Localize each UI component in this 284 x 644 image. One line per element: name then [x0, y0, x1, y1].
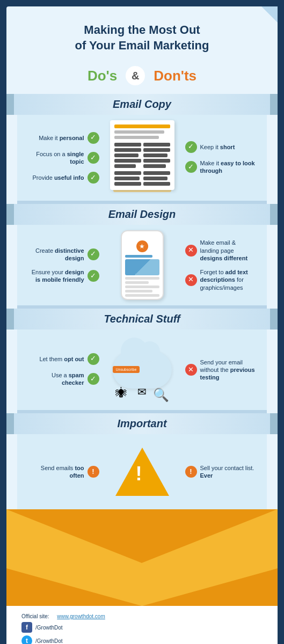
- check-icon-9: ✓: [88, 373, 99, 385]
- email-design-right-2: ✕ Forget to add text descriptions for gr…: [185, 268, 257, 291]
- envelope-body: [6, 509, 278, 606]
- email-copy-illustration: [105, 120, 180, 195]
- official-site-item: Official site: www.growthdot.com: [21, 613, 263, 619]
- check-icon-2: ✓: [88, 152, 99, 164]
- email-design-left: Create distinctive design ✓ Ensure your …: [28, 247, 99, 284]
- cloud-container: Unsubscribe 🕷 ✉ 🔍: [105, 335, 180, 405]
- warning-container: [105, 440, 180, 504]
- twitter-link: /GrowthDot: [35, 638, 63, 644]
- phone-image-block: [125, 259, 159, 275]
- official-label: Official site:: [21, 613, 49, 619]
- facebook-item: f /GrowthDot: [21, 622, 263, 633]
- email-design-title: Email Design: [17, 208, 267, 221]
- email-copy-item-3: Provide useful info ✓: [28, 172, 99, 184]
- footer-links: Official site: www.growthdot.com f /Grow…: [21, 613, 263, 644]
- technical-item-2: Use a spam checker ✓: [28, 371, 99, 387]
- email-design-right: ✕ Make email & landing page designs diff…: [185, 239, 257, 291]
- website-link[interactable]: www.growthdot.com: [57, 613, 105, 619]
- check-icon-8: ✓: [88, 353, 99, 365]
- check-icon-7: ✓: [88, 270, 99, 282]
- email-copy-item-1: Make it personal ✓: [28, 132, 99, 144]
- warning-triangle: [115, 448, 169, 496]
- envelope-right-fold: [142, 568, 278, 606]
- technical-left: Let them opt out ✓ Use a spam checker ✓: [28, 353, 99, 387]
- email-copy-right: ✓ Keep it short ✓ Make it easy to look t…: [185, 141, 257, 175]
- email-design-header: Email Design: [6, 204, 278, 225]
- important-body: Send emails too often ! ! Sell your cont…: [17, 434, 267, 509]
- email-copy-right-2: ✓ Make it easy to look through: [185, 159, 257, 175]
- main-title: Making the Most Out of Your Email Market…: [17, 23, 267, 53]
- footer-section: Official site: www.growthdot.com f /Grow…: [13, 606, 271, 644]
- title-area: Making the Most Out of Your Email Market…: [17, 17, 267, 62]
- warn-icon-2: !: [185, 466, 197, 478]
- check-icon-4: ✓: [185, 141, 197, 153]
- important-left: Send emails too often !: [28, 464, 99, 480]
- email-copy-left: Make it personal ✓ Focus on a single top…: [28, 132, 99, 184]
- check-icon-3: ✓: [88, 172, 99, 184]
- important-illustration: [105, 440, 180, 504]
- important-right: ! Sell your contact list. Ever: [185, 464, 257, 480]
- ampersand: &: [126, 66, 145, 85]
- email-design-right-1: ✕ Make email & landing page designs diff…: [185, 239, 257, 262]
- email-design-item-1: Create distinctive design ✓: [28, 247, 99, 262]
- spider-icon: 🕷: [115, 386, 127, 400]
- technical-stuff-body: Let them opt out ✓ Use a spam checker ✓ …: [17, 330, 267, 410]
- technical-right-1: ✕ Send your email without the previous t…: [185, 358, 257, 382]
- cross-icon-2: ✕: [185, 274, 197, 286]
- important-title: Important: [17, 418, 267, 430]
- email-design-illustration: ★: [105, 230, 180, 300]
- warn-icon-1: !: [88, 466, 99, 478]
- email-copy-header: Email Copy: [6, 94, 278, 115]
- technical-stuff-header: Technical Stuff: [6, 309, 278, 330]
- footer-area: Official site: www.growthdot.com f /Grow…: [6, 509, 278, 644]
- twitter-icon: t: [21, 635, 32, 644]
- twitter-item: t /GrowthDot: [21, 635, 263, 644]
- cloud-shape: Unsubscribe: [113, 351, 172, 389]
- technical-item-1: Let them opt out ✓: [28, 353, 99, 365]
- email-copy-item-2: Focus on a single topic ✓: [28, 150, 99, 166]
- important-right-1: ! Sell your contact list. Ever: [185, 464, 257, 480]
- email-copy-right-1: ✓ Keep it short: [185, 141, 257, 153]
- top-section: Making the Most Out of Your Email Market…: [6, 6, 278, 509]
- technical-illustration: Unsubscribe 🕷 ✉ 🔍: [105, 335, 180, 405]
- important-header: Important: [6, 413, 278, 434]
- envelope-icon: ✉: [137, 385, 147, 398]
- facebook-link: /GrowthDot: [35, 625, 63, 631]
- email-copy-body: Make it personal ✓ Focus on a single top…: [17, 115, 267, 201]
- email-design-item-2: Ensure your design is mobile friendly ✓: [28, 268, 99, 284]
- email-design-body: Create distinctive design ✓ Ensure your …: [17, 225, 267, 305]
- check-icon-5: ✓: [185, 161, 197, 173]
- dos-donts-row: Do's & Don'ts: [17, 66, 267, 85]
- check-icon-1: ✓: [88, 132, 99, 144]
- technical-stuff-title: Technical Stuff: [17, 313, 267, 325]
- technical-right: ✕ Send your email without the previous t…: [185, 358, 257, 382]
- magnify-icon: 🔍: [153, 387, 169, 402]
- email-copy-title: Email Copy: [17, 98, 267, 111]
- phone-mockup: ★: [121, 230, 164, 300]
- phone-avatar: ★: [136, 240, 148, 252]
- main-container: Making the Most Out of Your Email Market…: [0, 0, 284, 644]
- unsubscribe-button: Unsubscribe: [113, 366, 140, 373]
- dos-label: Do's: [88, 68, 117, 84]
- donts-label: Don'ts: [154, 68, 196, 84]
- envelope-top-fold: [6, 509, 277, 563]
- check-icon-6: ✓: [88, 248, 99, 260]
- important-item-1: Send emails too often !: [28, 464, 99, 480]
- cross-icon-3: ✕: [185, 364, 197, 376]
- facebook-icon: f: [21, 622, 32, 633]
- envelope-left-fold: [6, 568, 142, 606]
- cross-icon-1: ✕: [185, 245, 197, 257]
